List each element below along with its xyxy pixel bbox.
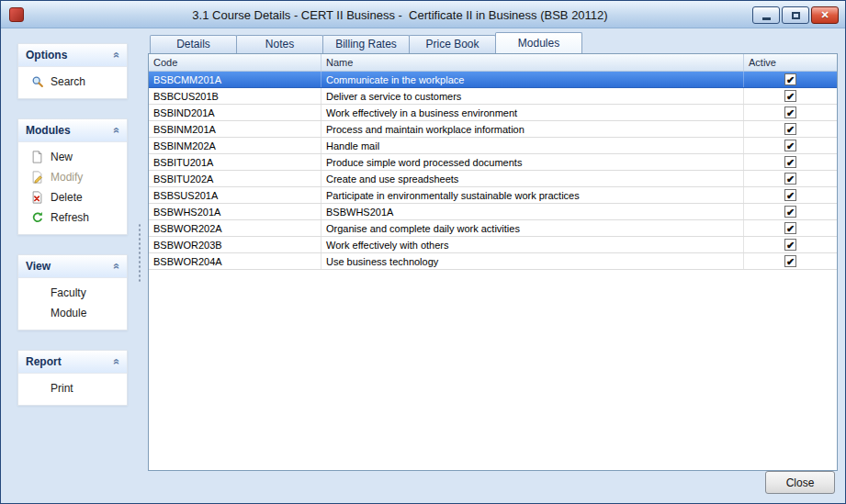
sidebar-item-label: Module xyxy=(51,307,86,319)
maximize-button[interactable] xyxy=(782,6,809,24)
panel-title: View xyxy=(26,260,51,273)
collapse-chevron-icon[interactable]: » xyxy=(110,359,123,365)
modules-table: Code Name Active BSBCMM201ACommunicate i… xyxy=(148,53,838,471)
collapse-chevron-icon[interactable]: » xyxy=(110,263,123,270)
table-row[interactable]: BSBCUS201BDeliver a service to customers… xyxy=(149,88,837,105)
dialog-window: 3.1 Course Details - CERT II Business - … xyxy=(0,0,846,504)
modules-panel-header[interactable]: Modules » xyxy=(18,119,127,142)
close-button[interactable]: Close xyxy=(765,471,835,494)
titlebar[interactable]: 3.1 Course Details - CERT II Business - … xyxy=(1,1,845,28)
sidebar-item-delete[interactable]: Delete xyxy=(18,187,127,207)
cell-code: BSBIND201A xyxy=(149,105,321,120)
tab-details[interactable]: Details xyxy=(150,35,237,53)
cell-active: ✔ xyxy=(744,171,837,186)
view-panel: View » Faculty Module xyxy=(17,254,128,330)
tab-notes[interactable]: Notes xyxy=(236,35,323,53)
table-row[interactable]: BSBINM202AHandle mail✔ xyxy=(149,138,837,154)
cell-name: Produce simple word processed documents xyxy=(321,154,744,170)
table-rows: BSBCMM201ACommunicate in the workplace✔B… xyxy=(149,72,837,270)
splitter-grip-icon xyxy=(138,223,141,282)
caption-buttons: ✕ xyxy=(752,6,839,24)
column-header-code[interactable]: Code xyxy=(149,54,321,71)
active-checkbox[interactable]: ✔ xyxy=(784,90,796,102)
sidebar-item-search[interactable]: Search xyxy=(18,72,127,92)
report-panel-header[interactable]: Report » xyxy=(18,351,127,374)
active-checkbox[interactable]: ✔ xyxy=(784,206,796,218)
edit-pencil-icon xyxy=(30,171,44,185)
sidebar-item-label: Modify xyxy=(51,171,83,184)
cell-code: BSBINM202A xyxy=(149,138,321,153)
search-icon xyxy=(30,75,44,89)
close-window-button[interactable]: ✕ xyxy=(811,6,839,24)
active-checkbox[interactable]: ✔ xyxy=(784,239,796,251)
active-checkbox[interactable]: ✔ xyxy=(784,189,796,201)
delete-x-icon xyxy=(30,191,44,205)
panel-title: Report xyxy=(26,355,62,368)
active-checkbox[interactable]: ✔ xyxy=(784,156,796,168)
cell-active: ✔ xyxy=(744,121,837,137)
app-icon xyxy=(9,7,24,22)
sidebar-item-refresh[interactable]: Refresh xyxy=(18,207,127,228)
tab-strip: Details Notes Billing Rates Price Book M… xyxy=(148,32,838,53)
sidebar-item-label: Search xyxy=(51,75,85,88)
cell-name: Work effectively in a business environme… xyxy=(321,105,744,120)
close-icon: ✕ xyxy=(820,9,829,21)
sidebar-item-modify[interactable]: Modify xyxy=(18,167,127,187)
window-title: 3.1 Course Details - CERT II Business - … xyxy=(56,1,744,28)
cell-name: Organise and complete daily work activit… xyxy=(321,220,744,236)
tab-billing-rates[interactable]: Billing Rates xyxy=(322,35,410,53)
panel-title: Modules xyxy=(26,124,71,137)
table-row[interactable]: BSBWHS201ABSBWHS201A✔ xyxy=(149,204,837,220)
active-checkbox[interactable]: ✔ xyxy=(784,123,796,135)
blank-icon xyxy=(30,382,44,396)
active-checkbox[interactable]: ✔ xyxy=(784,222,796,234)
table-row[interactable]: BSBINM201AProcess and maintain workplace… xyxy=(149,121,837,138)
table-row[interactable]: BSBITU202ACreate and use spreadsheets✔ xyxy=(149,171,837,187)
sidebar-item-label: Delete xyxy=(51,191,83,204)
column-header-active[interactable]: Active xyxy=(744,54,837,71)
cell-code: BSBITU202A xyxy=(149,171,321,186)
active-checkbox[interactable]: ✔ xyxy=(784,106,796,118)
active-checkbox[interactable]: ✔ xyxy=(784,73,796,85)
sidebar-item-label: Print xyxy=(51,382,73,395)
active-checkbox[interactable]: ✔ xyxy=(784,173,796,185)
options-panel-header[interactable]: Options » xyxy=(18,44,127,67)
view-panel-header[interactable]: View » xyxy=(18,255,127,278)
sidebar-splitter[interactable] xyxy=(137,34,142,471)
sidebar-item-module[interactable]: Module xyxy=(18,303,127,323)
minimize-icon xyxy=(762,17,771,20)
options-panel: Options » Search xyxy=(17,43,128,99)
cell-name: Process and maintain workplace informati… xyxy=(321,121,744,137)
cell-active: ✔ xyxy=(744,105,837,120)
sidebar-item-new[interactable]: New xyxy=(18,147,127,167)
table-row[interactable]: BSBIND201AWork effectively in a business… xyxy=(149,105,837,121)
cell-code: BSBCMM201A xyxy=(149,72,321,87)
collapse-chevron-icon[interactable]: » xyxy=(110,128,123,134)
table-row[interactable]: BSBCMM201ACommunicate in the workplace✔ xyxy=(149,72,837,88)
cell-code: BSBSUS201A xyxy=(149,187,321,203)
new-document-icon xyxy=(30,151,44,164)
table-row[interactable]: BSBWOR203BWork effectively with others✔ xyxy=(149,237,837,253)
tab-modules[interactable]: Modules xyxy=(495,32,582,53)
cell-active: ✔ xyxy=(744,220,837,236)
cell-name: Deliver a service to customers xyxy=(321,88,744,104)
collapse-chevron-icon[interactable]: » xyxy=(110,52,123,59)
active-checkbox[interactable]: ✔ xyxy=(784,255,796,267)
sidebar-item-print[interactable]: Print xyxy=(18,378,127,398)
table-row[interactable]: BSBSUS201AParticipate in environmentally… xyxy=(149,187,837,204)
tab-price-book[interactable]: Price Book xyxy=(409,35,496,53)
table-row[interactable]: BSBWOR202AOrganise and complete daily wo… xyxy=(149,220,837,237)
sidebar-item-faculty[interactable]: Faculty xyxy=(18,283,127,303)
refresh-icon xyxy=(30,211,44,225)
table-row[interactable]: BSBITU201AProduce simple word processed … xyxy=(149,154,837,171)
minimize-button[interactable] xyxy=(752,6,780,24)
cell-active: ✔ xyxy=(744,154,837,170)
cell-code: BSBWOR202A xyxy=(149,220,321,236)
cell-active: ✔ xyxy=(744,204,837,219)
cell-code: BSBINM201A xyxy=(149,121,321,137)
cell-name: Create and use spreadsheets xyxy=(321,171,744,186)
table-row[interactable]: BSBWOR204AUse business technology✔ xyxy=(149,253,837,270)
active-checkbox[interactable]: ✔ xyxy=(784,140,796,151)
column-header-name[interactable]: Name xyxy=(321,54,744,71)
cell-code: BSBCUS201B xyxy=(149,88,321,104)
